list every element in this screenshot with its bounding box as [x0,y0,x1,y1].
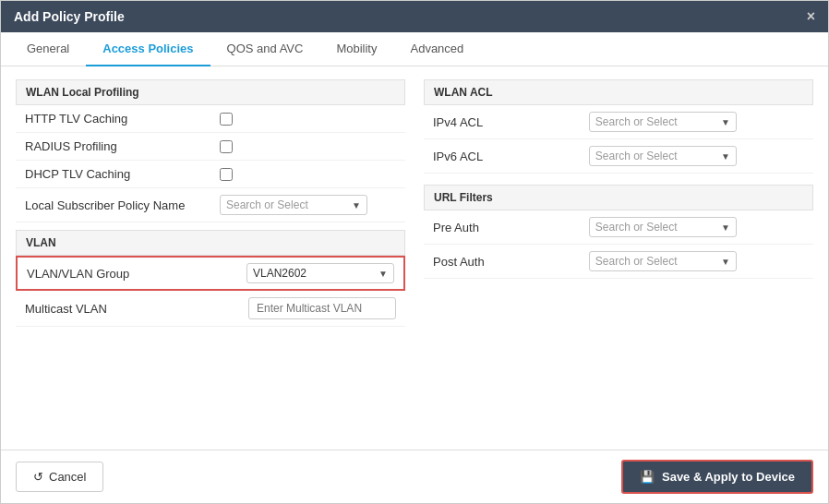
post-auth-dropdown-arrow-icon: ▼ [721,257,730,267]
wlan-local-profiling-table: HTTP TLV Caching RADIUS Profiling DHCP T… [16,105,405,222]
multicast-vlan-row: Multicast VLAN [16,291,405,327]
radius-profiling-checkbox[interactable] [220,140,233,153]
wlan-local-profiling-header: WLAN Local Profiling [16,79,405,105]
cancel-icon: ↺ [33,470,43,484]
tab-mobility[interactable]: Mobility [319,32,393,66]
post-auth-row: Post Auth Search or Select ▼ [424,245,813,279]
local-subscriber-label: Local Subscriber Policy Name [16,188,210,222]
radius-profiling-label: RADIUS Profiling [16,133,210,161]
radius-profiling-row: RADIUS Profiling [16,133,405,161]
dhcp-tlv-caching-label: DHCP TLV Caching [16,161,210,188]
ipv4-acl-row: IPv4 ACL Search or Select ▼ [424,105,813,139]
modal-body: WLAN Local Profiling HTTP TLV Caching RA… [1,66,828,450]
dhcp-tlv-caching-row: DHCP TLV Caching [16,161,405,188]
vlan-group-select[interactable]: VLAN2602 ▼ [246,263,394,283]
tab-general[interactable]: General [10,32,86,66]
multicast-vlan-input[interactable] [248,297,396,319]
tab-bar: General Access Policies QOS and AVC Mobi… [1,32,828,66]
pre-auth-row: Pre Auth Search or Select ▼ [424,210,813,245]
modal-title: Add Policy Profile [14,9,125,24]
http-tlv-caching-checkbox[interactable] [220,113,233,126]
dropdown-arrow-icon: ▼ [352,200,361,210]
vlan-section-header: VLAN [16,230,405,256]
ipv6-dropdown-arrow-icon: ▼ [721,151,730,162]
left-panel: WLAN Local Profiling HTTP TLV Caching RA… [16,79,405,437]
save-label: Save & Apply to Device [662,470,795,484]
tab-advanced[interactable]: Advanced [393,32,480,66]
http-tlv-caching-label: HTTP TLV Caching [16,105,210,133]
post-auth-select[interactable]: Search or Select ▼ [589,251,737,271]
post-auth-label: Post Auth [424,245,580,279]
ipv6-acl-label: IPv6 ACL [424,139,580,174]
vlan-group-label: VLAN/VLAN Group [27,267,237,281]
modal: Add Policy Profile × General Access Poli… [0,0,829,504]
pre-auth-label: Pre Auth [424,210,580,245]
url-filters-section: URL Filters Pre Auth Search or Select ▼ [424,185,813,279]
ipv4-acl-label: IPv4 ACL [424,105,580,139]
vlan-group-row: VLAN/VLAN Group VLAN2602 ▼ [16,256,405,291]
ipv6-acl-row: IPv6 ACL Search or Select ▼ [424,139,813,174]
save-icon: 💾 [640,470,655,484]
tab-access-policies[interactable]: Access Policies [86,32,210,66]
ipv4-dropdown-arrow-icon: ▼ [721,117,730,127]
local-subscriber-row: Local Subscriber Policy Name Search or S… [16,188,405,222]
cancel-button[interactable]: ↺ Cancel [16,462,103,492]
pre-auth-select[interactable]: Search or Select ▼ [589,217,737,237]
ipv4-acl-select[interactable]: Search or Select ▼ [589,112,737,132]
multicast-vlan-label: Multicast VLAN [25,302,239,316]
wlan-acl-header: WLAN ACL [424,79,813,105]
wlan-acl-section: WLAN ACL IPv4 ACL Search or Select ▼ [424,79,813,174]
vlan-dropdown-arrow-icon: ▼ [378,269,388,279]
ipv6-acl-select[interactable]: Search or Select ▼ [589,146,737,166]
close-button[interactable]: × [807,8,815,25]
save-apply-button[interactable]: 💾 Save & Apply to Device [621,460,813,494]
right-panel: WLAN ACL IPv4 ACL Search or Select ▼ [424,79,813,437]
http-tlv-caching-row: HTTP TLV Caching [16,105,405,133]
tab-qos-avc[interactable]: QOS and AVC [210,32,320,66]
local-subscriber-select[interactable]: Search or Select ▼ [220,195,367,215]
dhcp-tlv-caching-checkbox[interactable] [220,168,233,181]
url-filters-header: URL Filters [424,185,813,210]
modal-header: Add Policy Profile × [1,1,828,32]
cancel-label: Cancel [49,470,86,484]
modal-footer: ↺ Cancel 💾 Save & Apply to Device [1,450,828,503]
url-filters-table: Pre Auth Search or Select ▼ Post Auth [424,210,813,279]
pre-auth-dropdown-arrow-icon: ▼ [721,222,730,233]
acl-table: IPv4 ACL Search or Select ▼ IPv6 ACL [424,105,813,174]
